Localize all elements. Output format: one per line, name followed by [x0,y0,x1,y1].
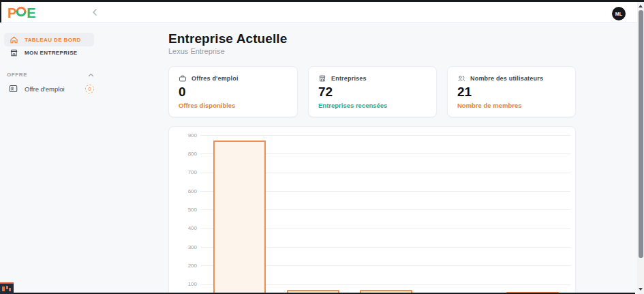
sidebar-collapse-button[interactable] [89,6,101,18]
sidebar-item-mon-entreprise[interactable]: MON ENTREPRISE [10,48,78,57]
sidebar-section-offre[interactable]: OFFRE [7,72,94,78]
chart-plot [200,127,570,294]
sidebar-item-label: TABLEAU DE BORD [25,37,81,43]
card-label: Nombre des utilisateurs [470,75,543,82]
scrollbar-up-button[interactable] [637,3,644,10]
stat-card-utilisateurs: Nombre des utilisateurs 21 Nombre de mem… [447,66,576,117]
card-sublabel: Nombre de membres [457,102,566,109]
sidebar-section-label: OFFRE [7,72,27,78]
user-avatar[interactable]: ML [612,7,626,20]
scrollbar-down-icon [639,288,643,291]
overlay-glyph [2,286,5,291]
chevron-up-icon [88,73,94,77]
sidebar-item-offre-demploi[interactable]: Offre d'emploi 0 [8,84,94,93]
scrollbar-thumb[interactable] [639,10,643,258]
page-title: Entreprise Actuelle [168,31,287,46]
topbar: P E ML [0,2,644,23]
storefront-icon [10,48,18,57]
bar-chart-card: 900800700600500400300200100 [168,126,576,294]
y-axis-tick-label: 800 [169,151,197,157]
users-icon [457,74,465,83]
logo-sync-arrows-icon [16,5,27,21]
overlay-glyph [9,288,11,291]
card-value: 0 [179,85,288,100]
y-axis-tick-label: 500 [169,207,197,213]
vertical-scrollbar[interactable] [637,2,644,294]
y-axis-tick-label: 600 [169,188,197,194]
app-window: P E ML TABLEAU DE BORD MON ENTREPRISE OF… [0,0,644,294]
card-sublabel: Offres disponibles [179,102,288,109]
card-label: Entreprises [331,75,367,82]
y-axis-tick-label: 400 [169,225,197,231]
y-axis-tick-label: 300 [169,244,197,250]
building-icon [318,74,326,83]
sidebar-item-label: Offre d'emploi [25,85,79,93]
stat-card-entreprises: Entreprises 72 Entreprises recensées [308,66,437,117]
y-axis-tick-label: 700 [169,169,197,175]
sidebar-item-tableau-de-bord[interactable]: TABLEAU DE BORD [4,33,94,46]
home-icon [10,35,18,44]
card-sublabel: Entreprises recensées [318,102,427,109]
stat-card-offres: Offres d'emploi 0 Offres disponibles [168,66,298,117]
chart-y-axis: 900800700600500400300200100 [169,127,197,294]
gridline [200,135,570,136]
page-subtitle: Lexus Entreprise [168,47,225,55]
overlay-glyph [6,286,8,289]
card-value: 72 [318,85,427,100]
logo-letter-e: E [27,5,35,21]
window-left-edge [0,0,1,23]
y-axis-tick-label: 200 [169,263,197,269]
y-axis-tick-label: 900 [169,132,197,138]
scrollbar-down-button[interactable] [637,286,644,293]
chevron-left-icon [91,8,98,16]
briefcase-icon [179,74,187,83]
offer-count-badge: 0 [85,85,94,93]
chart-bar[interactable] [213,141,266,294]
person-card-icon [8,84,18,93]
window-top-edge [0,0,644,2]
card-value: 21 [457,85,566,100]
scrollbar-up-icon [639,5,643,8]
sidebar-item-label: MON ENTREPRISE [25,50,78,56]
devtools-overlay-badge[interactable] [0,282,14,294]
y-axis-tick-label: 100 [169,281,197,287]
card-label: Offres d'emploi [191,75,239,82]
app-logo[interactable]: P E [7,5,35,21]
